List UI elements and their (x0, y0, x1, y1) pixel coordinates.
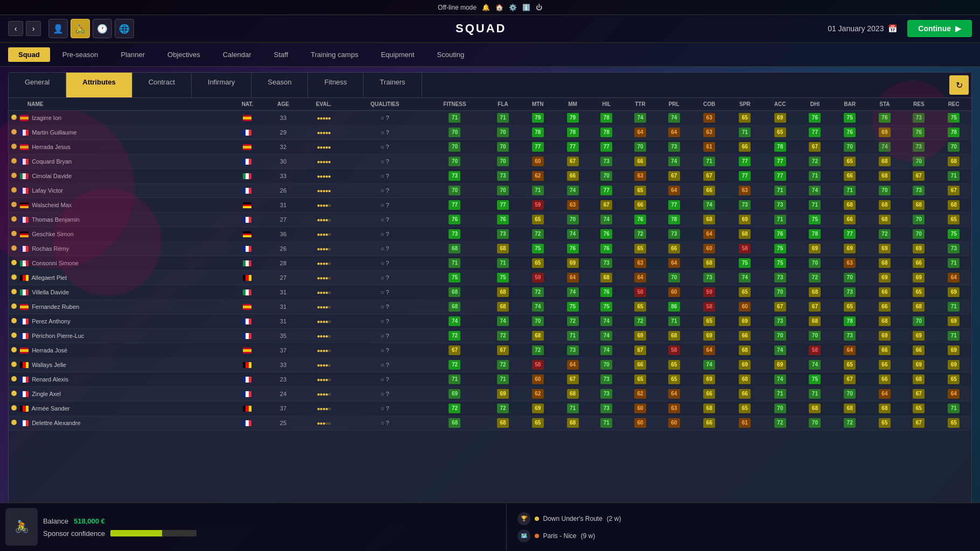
table-row[interactable]: Geschke Simon 36 ●●●●○ ○ ? 73 7372747672… (9, 227, 971, 242)
table-row[interactable]: Consonni Simone 28 ●●●●○ ○ ? 71 71656973… (9, 256, 971, 271)
player-name[interactable]: Geschke Simon (32, 231, 74, 237)
player-qualities: ○ ? (346, 329, 423, 343)
table-row[interactable]: Thomas Benjamin 27 ●●●●○ ○ ? 76 76657074… (9, 213, 971, 227)
player-age: 23 (265, 372, 302, 387)
player-status-dot (11, 144, 17, 149)
player-name[interactable]: Armée Sander (32, 405, 70, 412)
clock-nav-icon[interactable]: 🕐 (93, 19, 112, 38)
home-icon[interactable]: 🏠 (495, 4, 503, 11)
power-icon[interactable]: ⏻ (536, 4, 542, 11)
player-name[interactable]: Cimolai Davide (32, 173, 72, 179)
table-row[interactable]: Herrada José 37 ●●●●○ ○ ? 67 67727374675… (9, 343, 971, 358)
player-eval: ●●●●○ (301, 300, 346, 314)
player-name[interactable]: Fernandez Ruben (32, 303, 79, 310)
squad-nav-icon[interactable]: 👤 (48, 19, 68, 38)
tab-preseason[interactable]: Pre-season (52, 47, 108, 62)
player-name[interactable]: Périchon Pierre-Luc (32, 333, 84, 339)
table-row[interactable]: Périchon Pierre-Luc 35 ●●●●○ ○ ? 72 7268… (9, 329, 971, 343)
table-row[interactable]: Armée Sander 37 ●●●●○ ○ ? 72 72697173606… (9, 401, 971, 416)
players-table: NAME NAT. AGE EVAL. QUALITIES FITNESS FL… (9, 98, 971, 430)
player-stat-mm: 77 (556, 140, 590, 154)
player-stat-bar: 75 (832, 111, 868, 125)
tab-calendar[interactable]: Calendar (213, 47, 262, 62)
table-row[interactable]: Coquard Bryan 30 ●●●●● ○ ? 70 7060677366… (9, 154, 971, 169)
table-row[interactable]: Wallays Jelle 33 ●●●●○ ○ ? 72 7258647066… (9, 358, 971, 372)
settings-icon[interactable]: ⚙️ (509, 4, 517, 11)
player-name[interactable]: Coquard Bryan (32, 158, 72, 165)
player-stat-cob: 61 (691, 140, 727, 154)
player-name[interactable]: Martin Guillaume (32, 129, 76, 136)
col-ttr: TTR (624, 98, 657, 111)
subtab-infirmary[interactable]: Infirmary (192, 73, 252, 97)
player-name[interactable]: Consonni Simone (32, 260, 79, 266)
tab-equipment[interactable]: Equipment (370, 47, 424, 62)
subtab-trainers[interactable]: Trainers (363, 73, 422, 97)
player-name[interactable]: Wallays Jelle (32, 362, 66, 368)
player-name[interactable]: Allegaert Piet (32, 274, 67, 281)
table-row[interactable]: Allegaert Piet 27 ●●●●○ ○ ? 75 755964686… (9, 271, 971, 285)
subtab-fitness[interactable]: Fitness (308, 73, 363, 97)
subtab-contract[interactable]: Contract (132, 73, 192, 97)
cycle-nav-icon[interactable]: 🚴 (71, 19, 90, 38)
table-row[interactable]: Fernandez Ruben 31 ●●●●○ ○ ? 68 68747575… (9, 300, 971, 314)
player-name[interactable]: Izagirre Ion (32, 115, 61, 121)
player-nat (229, 300, 265, 314)
player-stat-ttr: 74 (624, 111, 657, 125)
player-stat-fla: 68 (486, 242, 520, 256)
player-name[interactable]: Delettre Alexandre (32, 420, 81, 426)
table-row[interactable]: Perez Anthony 31 ●●●●○ ○ ? 74 7470727472… (9, 314, 971, 329)
player-name[interactable]: Villella Davide (32, 289, 69, 295)
tab-staff[interactable]: Staff (264, 47, 299, 62)
player-name[interactable]: Renard Alexis (32, 376, 68, 383)
table-row[interactable]: Renard Alexis 23 ●●●●○ ○ ? 71 7160677365… (9, 372, 971, 387)
player-nat (229, 227, 265, 242)
balance-label: Balance (43, 517, 68, 525)
subtab-attributes[interactable]: Attributes (66, 73, 132, 97)
tab-training-camps[interactable]: Training camps (300, 47, 368, 62)
table-row[interactable]: Zingle Axel 24 ●●●●○ ○ ? 69 696268736264… (9, 387, 971, 401)
tab-planner[interactable]: Planner (110, 47, 155, 62)
player-name[interactable]: Perez Anthony (32, 318, 71, 324)
player-name[interactable]: Rochas Rémy (32, 245, 69, 252)
subtab-general[interactable]: General (9, 73, 66, 97)
player-stat-res: 73 (901, 183, 936, 198)
table-row[interactable]: Walscheid Max 31 ●●●●○ ○ ? 77 7759636766… (9, 198, 971, 213)
continue-button[interactable]: Continue ▶ (907, 20, 972, 37)
player-name[interactable]: Thomas Benjamin (32, 216, 80, 223)
player-stat-spr: 60 (727, 300, 762, 314)
globe-nav-icon[interactable]: 🌐 (115, 19, 134, 38)
subtab-season[interactable]: Season (251, 73, 308, 97)
player-name[interactable]: Lafay Victor (32, 187, 63, 194)
player-stat-hil: 73 (590, 154, 624, 169)
player-stat-spr: 77 (727, 169, 762, 183)
players-table-container[interactable]: NAME NAT. AGE EVAL. QUALITIES FITNESS FL… (9, 98, 971, 523)
player-stat-mtn: 72 (520, 343, 556, 358)
info-icon[interactable]: ℹ️ (522, 4, 530, 11)
table-row[interactable]: Delettre Alexandre 25 ●●●○○ ○ ? 68 68656… (9, 416, 971, 430)
nav-forward-button[interactable]: › (26, 21, 41, 36)
player-status-dot (11, 216, 17, 222)
player-stat-prl: 66 (657, 242, 691, 256)
table-row[interactable]: Villella Davide 31 ●●●●○ ○ ? 68 68727476… (9, 285, 971, 300)
table-row[interactable]: Cimolai Davide 33 ●●●●● ○ ? 73 736266706… (9, 169, 971, 183)
tab-scouting[interactable]: Scouting (427, 47, 475, 62)
table-row[interactable]: Lafay Victor 26 ●●●●● ○ ? 70 70717477656… (9, 183, 971, 198)
calendar-icon[interactable]: 📅 (888, 24, 897, 33)
refresh-button[interactable]: ↻ (949, 75, 969, 95)
player-stat-rec: 65 (936, 372, 971, 387)
player-name[interactable]: Herrada José (32, 347, 67, 354)
player-stat-fla: 67 (486, 343, 520, 358)
table-row[interactable]: Herrada Jesus 32 ●●●●● ○ ? 70 7077777770… (9, 140, 971, 154)
player-status-dot (11, 260, 17, 265)
player-name[interactable]: Zingle Axel (32, 391, 61, 397)
table-row[interactable]: Izagirre Ion 33 ●●●●● ○ ? 71 71797978747… (9, 111, 971, 125)
player-name[interactable]: Walscheid Max (32, 202, 72, 208)
bell-icon[interactable]: 🔔 (482, 4, 490, 11)
tab-squad[interactable]: Squad (8, 47, 50, 62)
table-row[interactable]: Rochas Rémy 26 ●●●●○ ○ ? 68 687576766566… (9, 242, 971, 256)
nav-back-button[interactable]: ‹ (8, 21, 23, 36)
player-name[interactable]: Herrada Jesus (32, 144, 71, 150)
tab-objectives[interactable]: Objectives (157, 47, 211, 62)
table-row[interactable]: Martin Guillaume 29 ●●●●● ○ ? 70 7078787… (9, 125, 971, 140)
race-map-icon: 🗺️ (517, 529, 530, 542)
